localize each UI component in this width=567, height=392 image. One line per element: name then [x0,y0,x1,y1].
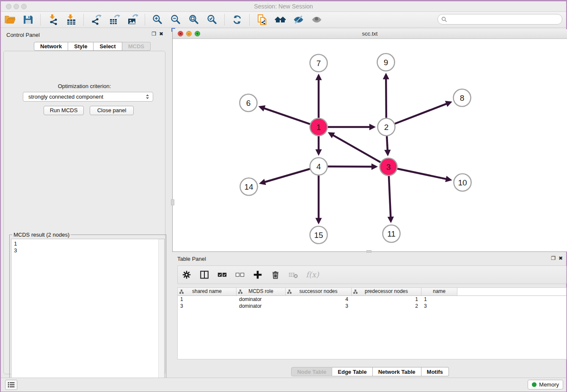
column-header-MCDS-role[interactable]: MCDS role [237,288,286,295]
edge-2-3[interactable] [387,136,388,154]
node-table[interactable]: shared nameMCDS rolesuccessor nodesprede… [177,287,567,359]
network-graph-canvas[interactable]: 1234678910111415 [173,39,567,251]
criterion-select[interactable]: strongly connected component [23,92,153,102]
node-14[interactable]: 14 [240,178,258,196]
edge-1-6[interactable] [260,107,310,124]
cell-name[interactable]: 1 [421,296,457,303]
cell-MCDS-role[interactable]: dominator [237,303,286,309]
network-close-button[interactable]: ✕ [178,31,183,36]
export-image-icon[interactable] [127,14,138,25]
node-10[interactable]: 10 [454,174,471,191]
cell-successor-nodes[interactable]: 4 [286,296,352,303]
zoom-window-button[interactable] [21,4,27,9]
split-grip-bottom[interactable] [366,250,372,253]
node-6[interactable]: 6 [240,94,257,112]
split-grip-left[interactable] [171,199,174,205]
tab-style[interactable]: Style [68,42,94,51]
table-row[interactable]: 1dominator411 [178,296,566,303]
refresh-view-icon[interactable] [231,14,243,25]
add-column-icon[interactable] [253,270,263,280]
column-header-predecessor-nodes[interactable]: predecessor nodes [352,288,421,295]
unselect-all-columns-icon[interactable] [235,270,245,280]
edge-3-1[interactable] [330,133,381,163]
cell-MCDS-role[interactable]: dominator [237,296,286,303]
node-2[interactable]: 2 [378,119,395,136]
network-zoom-button[interactable]: + [195,31,200,36]
toolbar-separator [40,14,41,25]
tab-mcds[interactable]: MCDS [122,42,151,51]
result-scrollbar[interactable] [158,239,164,391]
float-panel-icon[interactable]: ❐ [151,31,156,37]
import-network-icon[interactable] [47,14,59,25]
edge-2-9[interactable] [386,75,386,118]
node-1[interactable]: 1 [310,119,328,136]
application-window: Session: New Session Control Panel ❐ [1,1,566,391]
close-window-button[interactable] [6,4,11,9]
cell-shared-name[interactable]: 3 [178,303,237,309]
table-settings-icon[interactable] [182,270,192,280]
tab-select[interactable]: Select [94,42,122,51]
new-network-from-selection-icon[interactable] [256,14,268,25]
open-session-icon[interactable] [4,14,16,25]
cell-predecessor-nodes[interactable]: 2 [352,303,421,309]
close-panel-icon[interactable]: ✖ [559,256,563,261]
optimization-criterion-label: Optimization criterion: [4,83,165,89]
cell-predecessor-nodes[interactable]: 1 [352,296,421,303]
save-session-icon[interactable] [22,14,34,25]
show-columns-icon[interactable] [199,270,209,280]
search-input[interactable] [447,16,562,22]
edge-3-10[interactable] [397,168,450,179]
cell-shared-name[interactable]: 1 [178,296,237,303]
export-network-icon[interactable] [91,14,102,25]
table-tabs: Node TableEdge TableNetwork TableMotifs [291,367,449,376]
run-mcds-button[interactable]: Run MCDS [44,106,84,115]
function-builder-icon[interactable]: f(x) [306,270,319,280]
tab-motifs[interactable]: Motifs [421,367,449,376]
tab-network[interactable]: Network [34,42,68,51]
cell-name[interactable]: 3 [421,303,457,309]
close-panel-icon[interactable]: ✖ [159,31,163,37]
hide-selected-icon[interactable] [293,14,304,25]
edge-2-8[interactable] [395,102,450,124]
node-7[interactable]: 7 [310,55,328,72]
tab-node-table[interactable]: Node Table [291,367,332,376]
close-panel-button[interactable]: Close panel [90,106,134,115]
show-hidden-icon[interactable] [311,14,322,25]
column-header-shared-name[interactable]: shared name [178,288,237,295]
table-body: 1dominator4113dominator323 [178,296,566,309]
delete-table-icon[interactable] [288,270,298,280]
node-3[interactable]: 3 [380,158,397,176]
network-minimize-button[interactable]: − [186,31,192,36]
column-header-successor-nodes[interactable]: successor nodes [286,288,352,295]
minimize-window-button[interactable] [14,4,19,9]
export-table-icon[interactable] [109,14,120,25]
zoom-in-icon[interactable] [152,14,163,25]
edge-4-3[interactable] [328,166,376,167]
node-4[interactable]: 4 [310,158,328,175]
table-row[interactable]: 3dominator323 [178,303,566,309]
edge-3-11[interactable] [389,176,391,221]
memory-button[interactable]: Memory [528,380,563,389]
zoom-out-icon[interactable] [170,14,182,25]
node-9[interactable]: 9 [377,54,395,71]
zoom-selected-icon[interactable] [206,14,218,25]
import-table-icon[interactable] [66,14,77,25]
node-11[interactable]: 11 [383,225,400,243]
node-15[interactable]: 15 [310,226,328,244]
select-all-columns-icon[interactable] [217,270,227,280]
status-bar: Memory [1,378,566,392]
tab-edge-table[interactable]: Edge Table [332,367,372,376]
float-panel-icon[interactable]: ❐ [551,256,556,261]
tab-network-table[interactable]: Network Table [373,367,421,376]
show-all-views-icon[interactable] [275,14,286,25]
edge-4-14[interactable] [261,169,310,183]
delete-columns-icon[interactable] [270,270,281,280]
column-header-name[interactable]: name [421,288,457,295]
zoom-fit-icon[interactable] [188,14,200,25]
criterion-selected-value: strongly connected component [23,94,145,100]
cell-successor-nodes[interactable]: 3 [286,303,352,309]
task-history-button[interactable] [5,380,17,390]
mcds-result-title: MCDS result (2 nodes) [12,232,71,238]
search-box[interactable] [438,14,562,25]
node-8[interactable]: 8 [454,89,471,107]
